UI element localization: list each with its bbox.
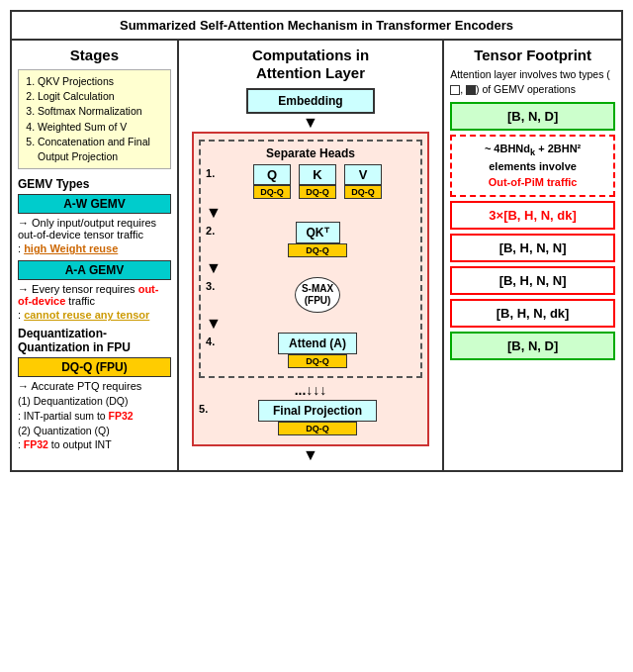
fp32-2: FP32: [24, 438, 48, 450]
main-container: Summarized Self-Attention Mechanism in T…: [10, 10, 623, 472]
step-4-content: Attend (A) DQ-Q: [220, 333, 415, 368]
step-2-row: 2. QKᵀ DQ-Q: [206, 222, 415, 257]
aw-highlight: : high Weight reuse: [18, 242, 171, 254]
step-4-num: 4.: [206, 336, 220, 347]
dq-item-4: : FP32 to output INT: [18, 437, 171, 452]
aa-out-of-device: out-of-device: [18, 283, 158, 307]
tensor-box-6: [B, N, D]: [450, 332, 615, 360]
v-box: V: [344, 164, 382, 185]
stages-title: Stages: [18, 47, 171, 63]
v-dq-box: DQ-Q: [344, 185, 382, 199]
qkt-box: QKᵀ: [296, 222, 340, 243]
tensor-box-4: [B, H, N, N]: [450, 266, 615, 295]
step-4-row: 4. Attend (A) DQ-Q: [206, 333, 415, 368]
oop-text: Out-of-PiM traffic: [489, 176, 578, 188]
square-open-icon: [450, 85, 460, 95]
dq-desc: → Accurate PTQ requires: [18, 380, 171, 392]
arrow-qkv: ▼: [206, 205, 415, 221]
tensor-box-1: [B, N, D]: [450, 102, 615, 131]
aw-gemv-box: A-W GEMV: [18, 194, 171, 214]
stage-5: Concatenation and Final Output Projectio…: [38, 135, 165, 164]
step-2-content: QKᵀ DQ-Q: [220, 222, 415, 257]
step-3-num: 3.: [206, 280, 220, 292]
left-column: Stages QKV Projections Logit Calculation…: [12, 41, 179, 470]
attend-box: Attend (A): [278, 333, 357, 354]
step-1-num: 1.: [206, 167, 220, 179]
formula-text: ~ 4BHNdk + 2BHN²elements involve Out-of-…: [457, 142, 608, 190]
step-3-row: 3. S-MAX(FPU): [206, 277, 415, 313]
square-filled-icon: [466, 85, 476, 95]
arrow-qkt: ▼: [206, 260, 415, 276]
k-box: K: [299, 164, 336, 185]
attend-dq-box: DQ-Q: [288, 354, 347, 368]
tensor-box-2: 3×[B, H, N, dk]: [450, 201, 615, 230]
q-item: Q DQ-Q: [253, 164, 291, 199]
sep-heads-label: Separate Heads: [206, 146, 415, 160]
q-dq-box: DQ-Q: [253, 185, 291, 199]
step-1-row: 1. Q DQ-Q K DQ-Q: [206, 164, 415, 202]
dots: ...↓↓↓: [199, 382, 422, 398]
right-column: Tensor Footprint Attention layer involve…: [444, 41, 621, 470]
stage-3: Softmax Normalization: [38, 104, 165, 119]
arrow-smax: ▼: [206, 316, 415, 332]
step-5-row: 5. Final Projection DQ-Q: [199, 400, 422, 435]
dq-title: Dequantization-Quantization in FPU: [18, 327, 171, 354]
dq-box: DQ-Q (FPU): [18, 357, 171, 377]
formula-box: ~ 4BHNdk + 2BHN²elements involve Out-of-…: [450, 135, 615, 197]
final-proj-box: Final Projection: [258, 400, 377, 422]
arrow-final: ▼: [303, 447, 318, 463]
mid-title: Computations inAttention Layer: [252, 47, 369, 82]
stage-1: QKV Projections: [38, 74, 165, 89]
smax-box: S-MAX(FPU): [295, 277, 340, 313]
tensor-box-5: [B, H, N, dk]: [450, 299, 615, 328]
dq-item-3: (2) Quantization (Q): [18, 424, 171, 438]
final-dq-box: DQ-Q: [278, 422, 357, 435]
fp32-1: FP32: [109, 410, 134, 422]
attention-desc: Attention layer involves two types (, ) …: [450, 67, 615, 96]
cannot-reuse-tensor: cannot reuse any tensor: [24, 309, 149, 321]
stage-2: Logit Calculation: [38, 89, 165, 104]
aw-desc: → Only input/output requires out-of-devi…: [18, 217, 171, 240]
qkt-dq-box: DQ-Q: [288, 243, 347, 257]
gemv-types-title: GEMV Types: [18, 177, 171, 191]
dq-section: Dequantization-Quantization in FPU DQ-Q …: [18, 327, 171, 452]
embedding-box: Embedding: [246, 88, 375, 114]
step-5-content: Final Projection DQ-Q: [213, 400, 422, 435]
v-item: V DQ-Q: [344, 164, 382, 199]
mid-flow: Embedding ▼ Separate Heads 1. Q: [185, 88, 436, 464]
mid-column: Computations inAttention Layer Embedding…: [179, 41, 444, 470]
step-3-content: S-MAX(FPU): [220, 277, 415, 313]
step-2-num: 2.: [206, 225, 220, 237]
dq-item-2: : INT-partial sum to FP32: [18, 409, 171, 424]
stages-list: QKV Projections Logit Calculation Softma…: [18, 69, 171, 169]
stage-4: Weighted Sum of V: [38, 120, 165, 135]
right-title: Tensor Footprint: [450, 47, 615, 63]
arrow-emb: ▼: [303, 115, 318, 131]
aa-highlight: : cannot reuse any tensor: [18, 309, 171, 321]
high-weight-reuse: high Weight reuse: [24, 242, 118, 254]
q-box: Q: [253, 164, 291, 185]
tensor-box-3: [B, H, N, N]: [450, 234, 615, 262]
qkv-row: Q DQ-Q K DQ-Q V DQ-Q: [220, 164, 415, 199]
k-item: K DQ-Q: [299, 164, 336, 199]
main-title: Summarized Self-Attention Mechanism in T…: [12, 12, 621, 41]
dq-item-1: (1) Dequantization (DQ): [18, 394, 171, 409]
aa-desc1: → Every tensor requires out-of-device tr…: [18, 283, 171, 307]
k-dq-box: DQ-Q: [299, 185, 336, 199]
aa-gemv-box: A-A GEMV: [18, 260, 171, 280]
step-5-num: 5.: [199, 403, 213, 415]
